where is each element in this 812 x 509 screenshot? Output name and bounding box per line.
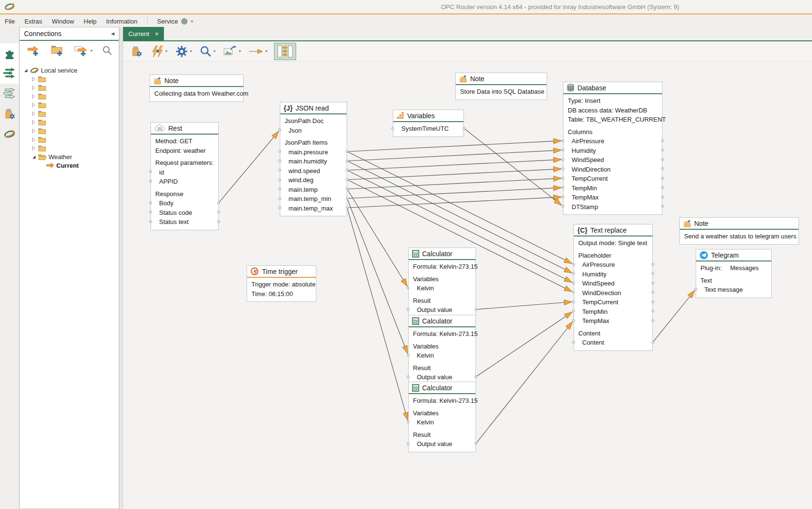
port[interactable] xyxy=(572,300,575,303)
node-tr[interactable]: {C}Text replaceOutput mode: Single textP… xyxy=(574,224,653,351)
port[interactable] xyxy=(562,205,564,208)
tree-expander-icon[interactable] xyxy=(31,77,36,81)
panel-splitter[interactable] xyxy=(119,27,123,509)
menu-item-file[interactable]: File xyxy=(5,18,15,25)
port[interactable] xyxy=(694,288,697,291)
collapse-panel-icon[interactable]: ◀ xyxy=(111,31,114,36)
tree-expander-icon[interactable] xyxy=(31,155,36,159)
tree-item-current[interactable]: Current xyxy=(20,161,119,170)
port[interactable] xyxy=(149,201,152,204)
port[interactable] xyxy=(661,158,664,161)
tree-item-folder-1[interactable] xyxy=(20,74,119,83)
settings-gear-icon[interactable]: ▾ xyxy=(174,44,193,59)
port[interactable] xyxy=(391,127,394,130)
node-note3[interactable]: NoteSend a weather status to telegram us… xyxy=(679,217,799,245)
port[interactable] xyxy=(149,211,152,213)
tree-item-folder-7[interactable] xyxy=(20,126,119,135)
tree-expander-icon[interactable] xyxy=(31,103,36,107)
port[interactable] xyxy=(562,186,564,189)
tree-expander-icon[interactable] xyxy=(23,68,28,73)
tree-item-weather[interactable]: Weather xyxy=(20,152,119,161)
tree-item-folder-4[interactable] xyxy=(20,100,119,109)
port[interactable] xyxy=(346,160,349,162)
port[interactable] xyxy=(572,319,575,322)
tree-item-folder-5[interactable] xyxy=(20,109,119,118)
port[interactable] xyxy=(149,170,152,173)
port[interactable] xyxy=(651,341,654,344)
node-vars[interactable]: VariablesSystemTimeUTC xyxy=(393,110,464,137)
menu-item-information[interactable]: Information xyxy=(106,18,137,25)
tab-current[interactable]: Current × xyxy=(123,27,164,40)
port[interactable] xyxy=(661,196,664,199)
port[interactable] xyxy=(562,139,564,142)
port[interactable] xyxy=(562,149,564,151)
connections-outline-icon[interactable] xyxy=(0,84,19,104)
port[interactable] xyxy=(407,375,410,378)
port[interactable] xyxy=(572,291,575,294)
port[interactable] xyxy=(217,201,220,204)
port[interactable] xyxy=(475,442,477,445)
port[interactable] xyxy=(572,263,575,266)
tree-expander-icon[interactable] xyxy=(31,129,36,133)
node-trigger[interactable]: Time triggerTrigger mode: absoluteTime: … xyxy=(247,265,316,302)
search-icon[interactable] xyxy=(101,44,113,57)
node-calc2[interactable]: CalculatorFormula: Kelvin-273.15Variable… xyxy=(408,315,476,385)
tree-item-folder-9[interactable] xyxy=(20,144,119,152)
port[interactable] xyxy=(407,308,410,311)
tree-expander-icon[interactable] xyxy=(31,137,36,142)
port[interactable] xyxy=(278,169,281,172)
port[interactable] xyxy=(149,220,152,223)
node-json[interactable]: {J}JSON readJsonPath DocJsonJsonPath Ite… xyxy=(280,102,347,216)
zoom-icon[interactable]: ▾ xyxy=(199,44,217,59)
service-menu[interactable]: Service▾ xyxy=(157,18,193,25)
port[interactable] xyxy=(651,300,654,303)
port[interactable] xyxy=(651,263,654,266)
tree-item-folder-3[interactable] xyxy=(20,92,119,100)
port[interactable] xyxy=(278,206,281,209)
port[interactable] xyxy=(572,282,575,285)
node-tg[interactable]: TelegramPlug-in:MessagesTextText message xyxy=(696,249,772,298)
tree-expander-icon[interactable] xyxy=(31,146,36,150)
node-note1[interactable]: NoteCollecting data from Weather.com xyxy=(150,74,244,102)
tree-expander-icon[interactable] xyxy=(31,120,36,124)
port[interactable] xyxy=(562,167,564,170)
port[interactable] xyxy=(661,177,664,180)
menu-item-window[interactable]: Window xyxy=(52,18,74,25)
port[interactable] xyxy=(149,180,152,183)
port[interactable] xyxy=(562,158,564,161)
menu-item-extras[interactable]: Extras xyxy=(25,18,42,25)
store-gear-icon[interactable] xyxy=(129,44,144,59)
tree-item-folder-8[interactable] xyxy=(20,135,119,144)
menu-item-help[interactable]: Help xyxy=(84,18,97,25)
port[interactable] xyxy=(661,139,664,142)
node-note2[interactable]: NoteStore Data into SQL Database xyxy=(455,73,547,100)
port[interactable] xyxy=(346,197,349,200)
port[interactable] xyxy=(278,128,281,131)
port[interactable] xyxy=(278,150,281,153)
opc-router-logo-icon[interactable] xyxy=(0,124,19,144)
port[interactable] xyxy=(572,310,575,312)
port[interactable] xyxy=(651,282,654,285)
add-template-icon[interactable]: ▾ xyxy=(73,43,94,58)
port[interactable] xyxy=(475,375,477,378)
port[interactable] xyxy=(651,319,654,322)
puzzle-icon[interactable] xyxy=(0,43,19,63)
port[interactable] xyxy=(562,177,564,180)
tree-item-local-service[interactable]: Local service xyxy=(20,66,119,74)
store-gear-icon[interactable] xyxy=(0,104,19,124)
port[interactable] xyxy=(572,341,575,344)
connection-mode-icon[interactable]: ▾ xyxy=(248,47,269,56)
tab-close-icon[interactable]: × xyxy=(155,31,159,37)
add-folder-icon[interactable] xyxy=(49,43,65,58)
node-calc1[interactable]: CalculatorFormula: Kelvin-273.15Variable… xyxy=(408,248,476,318)
port[interactable] xyxy=(407,442,410,445)
node-db[interactable]: DatabaseType: InsertDB access data: Weat… xyxy=(563,82,662,215)
add-connection-icon[interactable] xyxy=(25,43,42,58)
port[interactable] xyxy=(278,160,281,162)
port[interactable] xyxy=(407,354,410,357)
port[interactable] xyxy=(278,187,281,190)
compare-icon[interactable]: ▾ xyxy=(150,44,169,59)
port[interactable] xyxy=(562,196,564,199)
port[interactable] xyxy=(346,178,349,181)
tree-item-folder-6[interactable] xyxy=(20,118,119,126)
